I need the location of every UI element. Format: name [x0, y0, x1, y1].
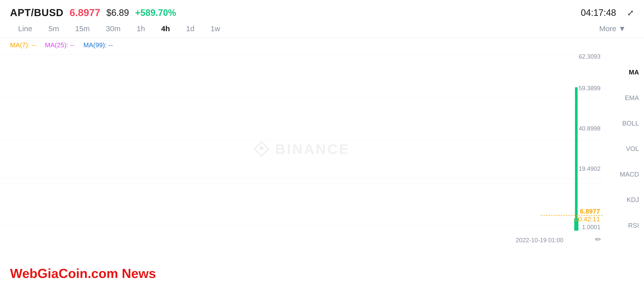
- main-price: 6.8977: [69, 7, 100, 18]
- chart-svg-wrap: BINANCE 6.8977 00:42:11: [0, 52, 602, 246]
- usd-price: $6.89: [106, 8, 129, 18]
- ma99-indicator: MA(99): --: [84, 41, 113, 49]
- tf-line[interactable]: Line: [10, 22, 41, 35]
- current-price-value: 6.8977: [575, 208, 600, 215]
- indicator-rsi[interactable]: RSI: [604, 222, 644, 229]
- indicator-vol[interactable]: VOL: [604, 145, 644, 153]
- expand-icon[interactable]: ⤢: [627, 8, 634, 18]
- footer-brand: WebGiaCoin.com News: [10, 266, 156, 281]
- x-axis-label: 2022-10-19 01:00: [516, 237, 564, 244]
- header: APT/BUSD 6.8977 $6.89 +589.70% 04:17:48 …: [0, 0, 644, 22]
- indicator-macd[interactable]: MACD: [604, 171, 644, 178]
- ma-bar: MA(7): -- MA(25): -- MA(99): --: [0, 38, 644, 52]
- tf-5m[interactable]: 5m: [41, 22, 67, 35]
- chevron-down-icon: ▼: [618, 24, 626, 33]
- indicator-boll[interactable]: BOLL: [604, 119, 644, 127]
- indicator-ma[interactable]: MA: [604, 68, 644, 76]
- ma7-indicator: MA(7): --: [10, 41, 36, 49]
- current-price-display: 6.8977 00:42:11: [575, 208, 600, 223]
- time-display: 04:17:48: [581, 8, 616, 18]
- trading-pair: APT/BUSD: [10, 7, 63, 18]
- indicator-panel: MA EMA BOLL VOL MACD KDJ RSI: [604, 52, 644, 246]
- tf-1h[interactable]: 1h: [129, 22, 153, 35]
- ma25-indicator: MA(25): --: [45, 41, 74, 49]
- tf-30m[interactable]: 30m: [98, 22, 129, 35]
- tf-1d[interactable]: 1d: [178, 22, 203, 35]
- tf-15m[interactable]: 15m: [67, 22, 98, 35]
- chart-svg: [0, 52, 602, 246]
- chart-area: 62.3093 59.3899 40.8998 19.4902 1.0001 M…: [0, 52, 644, 246]
- timeframe-bar: Line 5m 15m 30m 1h 4h 1d 1w More ▼: [0, 22, 644, 38]
- current-price-time: 00:42:11: [575, 215, 600, 223]
- more-label: More: [599, 24, 616, 33]
- indicator-ema[interactable]: EMA: [604, 94, 644, 102]
- tf-1w[interactable]: 1w: [203, 22, 228, 35]
- footer-brand-area: WebGiaCoin.com News: [0, 261, 166, 286]
- indicator-kdj[interactable]: KDJ: [604, 196, 644, 204]
- tf-more[interactable]: More ▼: [591, 22, 634, 35]
- draw-tool-icon[interactable]: ✏: [595, 235, 601, 244]
- price-change: +589.70%: [135, 8, 176, 18]
- tf-4h[interactable]: 4h: [153, 22, 178, 35]
